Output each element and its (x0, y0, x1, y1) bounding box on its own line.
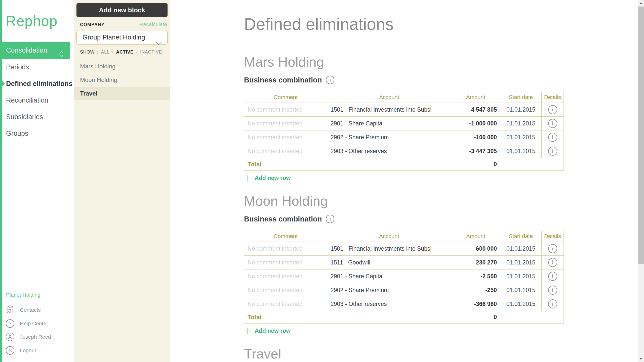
start-date-cell[interactable]: 01.01.2015 (500, 256, 542, 269)
company-heading: Travel (244, 346, 638, 361)
account-cell[interactable]: 2902 - Share Premium (327, 283, 451, 297)
amount-cell[interactable]: -3 447 305 (451, 144, 500, 158)
chevron-down-icon (155, 36, 162, 50)
sidebar-item-label: Groups (6, 130, 28, 137)
details-cell: i (542, 130, 564, 144)
column-header-start-date: Start date (500, 92, 542, 103)
add-new-block-button[interactable]: Add new block (76, 3, 168, 17)
filter-separator: · (112, 50, 114, 55)
start-date-cell[interactable]: 01.01.2015 (500, 117, 542, 130)
comment-cell[interactable]: No comment inserted (244, 144, 327, 158)
column-header-account: Account (327, 92, 451, 103)
show-filter: SHOW : ALL · ACTIVE · INACTIVE (80, 50, 162, 55)
details-info-icon[interactable]: i (548, 299, 557, 308)
comment-cell[interactable]: No comment inserted (244, 130, 327, 144)
contacts-link[interactable]: Contacts (6, 303, 41, 317)
start-date-cell[interactable]: 01.01.2015 (500, 297, 542, 311)
scroll-down-button[interactable] (638, 355, 644, 362)
account-cell[interactable]: 2901 - Share Capital (327, 117, 451, 130)
amount-cell[interactable]: -100 000 (451, 130, 500, 144)
filter-all[interactable]: ALL (101, 50, 110, 55)
amount-cell[interactable]: -250 (451, 283, 500, 297)
sidebar-item-reconciliation[interactable]: Reconciliation (0, 92, 74, 109)
add-new-row-label: Add new row (255, 175, 291, 182)
company-section-label: COMPANY (80, 22, 105, 27)
amount-cell[interactable]: -4 547 305 (451, 103, 500, 117)
company-heading: Moon Holding (244, 193, 638, 209)
account-cell[interactable]: 2903 - Other reserves (327, 144, 451, 158)
account-cell[interactable]: 2902 - Share Premium (327, 130, 451, 144)
start-date-cell[interactable]: 01.01.2015 (500, 242, 542, 256)
comment-cell[interactable]: No comment inserted (244, 117, 327, 130)
amount-cell[interactable]: -1 000 000 (451, 117, 500, 130)
details-cell: i (542, 117, 564, 130)
comment-cell[interactable]: No comment inserted (244, 256, 327, 269)
sidebar-item-defined-eliminations[interactable]: Defined eliminations (0, 75, 74, 92)
sidebar-item-periods[interactable]: Periods (0, 59, 74, 75)
comment-cell[interactable]: No comment inserted (244, 269, 327, 283)
details-cell: i (542, 269, 564, 283)
comment-cell[interactable]: No comment inserted (244, 297, 327, 311)
details-cell: i (542, 283, 564, 297)
scrollbar-thumb[interactable] (638, 7, 644, 264)
amount-cell[interactable]: 230 270 (451, 256, 500, 269)
sidebar-item-label: Defined eliminations (6, 80, 72, 87)
scrollbar-track[interactable] (638, 0, 644, 362)
comment-cell[interactable]: No comment inserted (244, 103, 327, 117)
details-info-icon[interactable]: i (548, 119, 557, 128)
account-cell[interactable]: 1501 - Financial Investments into Subsi (327, 242, 451, 256)
add-new-row-button[interactable]: Add new row (244, 175, 291, 182)
amount-cell[interactable]: -2 500 (451, 269, 500, 283)
details-info-icon[interactable]: i (548, 133, 557, 142)
start-date-cell[interactable]: 01.01.2015 (500, 130, 542, 144)
recalculate-link[interactable]: Recalculate (139, 21, 167, 27)
company-section: Mars Holding Business combination i Comm… (244, 54, 638, 182)
logout-link[interactable]: Logout (6, 344, 36, 357)
details-info-icon[interactable]: i (548, 286, 557, 295)
table-row: No comment inserted 2903 - Other reserve… (244, 144, 564, 158)
filter-active[interactable]: ACTIVE (116, 50, 134, 55)
sidebar-item-subsidiaries[interactable]: Subsidiaries (0, 109, 74, 125)
company-select-value: Group Planet Holding (83, 33, 145, 41)
sidebar-item-groups[interactable]: Groups (0, 125, 74, 142)
start-date-cell[interactable]: 01.01.2015 (500, 269, 542, 283)
info-icon[interactable]: i (326, 215, 334, 223)
company-item-mars-holding[interactable]: Mars Holding (74, 60, 170, 73)
company-item-travel[interactable]: Travel (74, 87, 170, 100)
amount-cell[interactable]: -600 000 (451, 242, 500, 256)
details-info-icon[interactable]: i (548, 258, 557, 267)
start-date-cell[interactable]: 01.01.2015 (500, 283, 542, 297)
details-info-icon[interactable]: i (548, 272, 557, 281)
start-date-cell[interactable]: 01.01.2015 (500, 144, 542, 158)
account-cell[interactable]: 1501 - Financial Investments into Subsi (327, 103, 451, 117)
info-icon[interactable]: i (326, 76, 334, 84)
rephop-logo[interactable]: Rephop (6, 13, 58, 29)
comment-cell[interactable]: No comment inserted (244, 242, 327, 256)
account-cell[interactable]: 2903 - Other reserves (327, 297, 451, 311)
sidebar-item-consolidation[interactable]: Consolidation (0, 42, 70, 59)
details-info-icon[interactable]: i (548, 244, 557, 253)
scroll-up-button[interactable] (638, 0, 644, 7)
account-cell[interactable]: 2901 - Share Capital (327, 269, 451, 283)
company-select[interactable]: Group Planet Holding (76, 30, 168, 44)
account-cell[interactable]: 1511 - Goodwill (327, 256, 451, 269)
total-row-spacer (500, 311, 564, 324)
details-info-icon[interactable]: i (548, 105, 557, 114)
comment-cell[interactable]: No comment inserted (244, 283, 327, 297)
table-row: No comment inserted 1501 - Financial Inv… (244, 103, 564, 117)
total-row-spacer (500, 158, 564, 171)
amount-cell[interactable]: -366 980 (451, 297, 500, 311)
user-menu-link[interactable]: Joseph Reed (6, 330, 51, 344)
help-center-link[interactable]: ? Help Center (6, 317, 48, 330)
details-cell: i (542, 242, 564, 256)
details-info-icon[interactable]: i (548, 147, 557, 156)
company-section: Travel (244, 346, 638, 361)
company-item-moon-holding[interactable]: Moon Holding (74, 73, 170, 87)
add-new-row-button[interactable]: Add new row (244, 328, 291, 334)
show-filter-colon: : (97, 50, 99, 55)
elimination-block: Business combination i CommentAccountAmo… (244, 215, 638, 334)
start-date-cell[interactable]: 01.01.2015 (500, 103, 542, 117)
table-row: No comment inserted 1511 - Goodwill 230 … (244, 256, 564, 269)
filter-inactive[interactable]: INACTIVE (140, 50, 162, 55)
block-title: Business combination (244, 76, 322, 84)
